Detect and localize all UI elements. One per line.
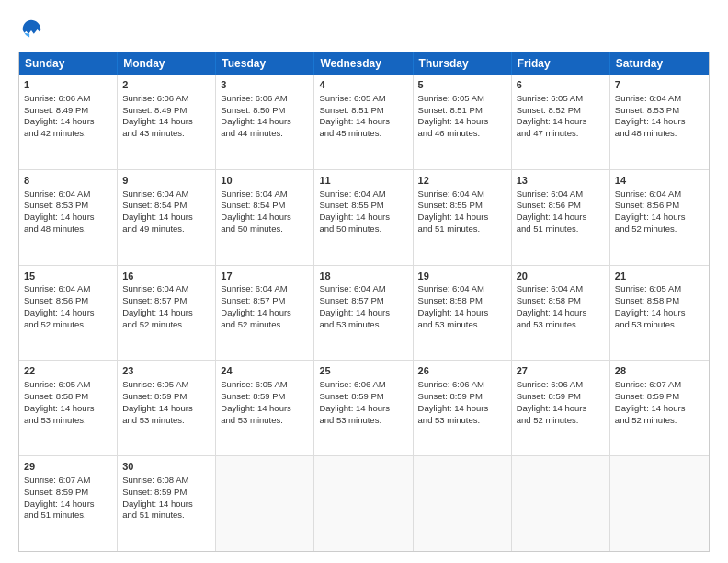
day-info-line: and 47 minutes. xyxy=(517,128,605,140)
calendar-cell-16: 16Sunrise: 6:04 AMSunset: 8:57 PMDayligh… xyxy=(118,266,216,361)
day-info-line: Sunrise: 6:08 AM xyxy=(122,475,210,487)
calendar-cell-24: 24Sunrise: 6:05 AMSunset: 8:59 PMDayligh… xyxy=(216,361,314,455)
calendar-cell-6: 6Sunrise: 6:05 AMSunset: 8:52 PMDaylight… xyxy=(512,75,610,169)
day-info-line: Sunrise: 6:04 AM xyxy=(615,189,704,201)
day-info-line: Sunrise: 6:06 AM xyxy=(319,379,407,391)
day-info-line: Daylight: 14 hours xyxy=(319,307,407,319)
day-info-line: and 52 minutes. xyxy=(24,319,112,331)
day-info-line: Daylight: 14 hours xyxy=(24,116,112,128)
day-info-line: Sunrise: 6:04 AM xyxy=(319,283,407,295)
day-info-line: and 44 minutes. xyxy=(221,128,309,140)
day-info-line: Sunrise: 6:06 AM xyxy=(418,379,506,391)
calendar-cell-22: 22Sunrise: 6:05 AMSunset: 8:58 PMDayligh… xyxy=(19,361,118,455)
day-info-line: and 53 minutes. xyxy=(517,319,605,331)
day-number: 7 xyxy=(615,78,704,92)
day-info-line: Daylight: 14 hours xyxy=(24,212,112,224)
day-info-line: Sunset: 8:59 PM xyxy=(418,391,506,403)
day-number: 20 xyxy=(517,270,605,283)
day-info-line: Sunrise: 6:04 AM xyxy=(319,189,407,201)
day-info-line: Sunset: 8:59 PM xyxy=(24,487,112,499)
day-info-line: Daylight: 14 hours xyxy=(615,212,704,224)
day-info-line: Sunset: 8:49 PM xyxy=(24,105,112,117)
day-info-line: Sunrise: 6:05 AM xyxy=(24,379,112,391)
day-info-line: Sunset: 8:51 PM xyxy=(319,105,407,117)
day-info-line: Daylight: 14 hours xyxy=(122,307,210,319)
day-info-line: Daylight: 14 hours xyxy=(418,116,506,128)
day-info-line: Daylight: 14 hours xyxy=(319,116,407,128)
day-info-line: Sunset: 8:59 PM xyxy=(517,391,605,403)
day-info-line: Sunset: 8:59 PM xyxy=(615,391,704,403)
day-info-line: Sunset: 8:59 PM xyxy=(221,391,309,403)
calendar-cell-13: 13Sunrise: 6:04 AMSunset: 8:56 PMDayligh… xyxy=(512,170,610,265)
header-day-tuesday: Tuesday xyxy=(216,52,314,75)
day-info-line: Sunrise: 6:04 AM xyxy=(24,283,112,295)
day-info-line: Daylight: 14 hours xyxy=(517,116,605,128)
day-info-line: and 45 minutes. xyxy=(319,128,407,140)
day-info-line: and 53 minutes. xyxy=(221,415,309,427)
day-number: 27 xyxy=(517,364,605,378)
day-info-line: Daylight: 14 hours xyxy=(24,307,112,319)
day-info-line: Daylight: 14 hours xyxy=(221,403,309,415)
day-info-line: Sunset: 8:52 PM xyxy=(517,105,605,117)
day-info-line: Sunset: 8:56 PM xyxy=(517,200,605,212)
day-info-line: and 53 minutes. xyxy=(319,319,407,331)
day-info-line: Daylight: 14 hours xyxy=(221,212,309,224)
day-info-line: Sunset: 8:59 PM xyxy=(122,487,210,499)
day-info-line: Daylight: 14 hours xyxy=(24,499,112,511)
calendar-cell-3: 3Sunrise: 6:06 AMSunset: 8:50 PMDaylight… xyxy=(216,75,314,169)
day-info-line: Daylight: 14 hours xyxy=(615,307,704,319)
day-info-line: Sunset: 8:55 PM xyxy=(418,200,506,212)
day-info-line: and 50 minutes. xyxy=(221,224,309,236)
day-info-line: Daylight: 14 hours xyxy=(418,403,506,415)
day-info-line: Sunrise: 6:05 AM xyxy=(221,379,309,391)
day-info-line: Daylight: 14 hours xyxy=(517,307,605,319)
day-info-line: and 52 minutes. xyxy=(615,415,704,427)
day-info-line: Sunrise: 6:04 AM xyxy=(24,189,112,201)
day-info-line: and 50 minutes. xyxy=(319,224,407,236)
calendar-cell-7: 7Sunrise: 6:04 AMSunset: 8:53 PMDaylight… xyxy=(610,75,709,169)
day-info-line: Sunset: 8:53 PM xyxy=(615,105,704,117)
day-info-line: and 46 minutes. xyxy=(418,128,506,140)
day-info-line: Sunset: 8:50 PM xyxy=(221,105,309,117)
day-number: 19 xyxy=(418,270,506,283)
header xyxy=(18,17,710,42)
day-info-line: and 48 minutes. xyxy=(615,128,704,140)
day-info-line: Daylight: 14 hours xyxy=(221,307,309,319)
calendar-cell-4: 4Sunrise: 6:05 AMSunset: 8:51 PMDaylight… xyxy=(314,75,413,169)
day-info-line: and 53 minutes. xyxy=(418,415,506,427)
calendar-cell-25: 25Sunrise: 6:06 AMSunset: 8:59 PMDayligh… xyxy=(314,361,413,455)
day-info-line: and 42 minutes. xyxy=(24,128,112,140)
day-info-line: Sunset: 8:58 PM xyxy=(24,391,112,403)
calendar-cell-15: 15Sunrise: 6:04 AMSunset: 8:56 PMDayligh… xyxy=(19,266,118,361)
day-number: 22 xyxy=(24,364,112,378)
calendar-header: SundayMondayTuesdayWednesdayThursdayFrid… xyxy=(19,52,709,75)
day-number: 24 xyxy=(221,364,309,378)
calendar: SundayMondayTuesdayWednesdayThursdayFrid… xyxy=(18,52,710,552)
day-info-line: Daylight: 14 hours xyxy=(418,212,506,224)
calendar-row: 15Sunrise: 6:04 AMSunset: 8:56 PMDayligh… xyxy=(19,265,709,361)
calendar-row: 8Sunrise: 6:04 AMSunset: 8:53 PMDaylight… xyxy=(19,169,709,265)
day-number: 30 xyxy=(122,460,210,474)
day-info-line: Sunset: 8:57 PM xyxy=(122,295,210,307)
calendar-cell-11: 11Sunrise: 6:04 AMSunset: 8:55 PMDayligh… xyxy=(314,170,413,265)
day-info-line: Sunset: 8:58 PM xyxy=(517,295,605,307)
day-info-line: and 53 minutes. xyxy=(418,319,506,331)
page: SundayMondayTuesdayWednesdayThursdayFrid… xyxy=(0,0,728,563)
day-info-line: and 51 minutes. xyxy=(24,510,112,522)
day-info-line: Daylight: 14 hours xyxy=(24,403,112,415)
day-info-line: Sunrise: 6:04 AM xyxy=(418,189,506,201)
header-day-saturday: Saturday xyxy=(610,52,709,75)
header-day-monday: Monday xyxy=(118,52,216,75)
day-number: 9 xyxy=(122,174,210,188)
day-info-line: Daylight: 14 hours xyxy=(319,403,407,415)
day-info-line: and 51 minutes. xyxy=(122,510,210,522)
calendar-cell-26: 26Sunrise: 6:06 AMSunset: 8:59 PMDayligh… xyxy=(414,361,512,455)
day-info-line: and 53 minutes. xyxy=(319,415,407,427)
header-day-friday: Friday xyxy=(512,52,610,75)
day-info-line: Sunrise: 6:06 AM xyxy=(122,93,210,105)
calendar-cell-empty xyxy=(314,456,413,551)
calendar-cell-28: 28Sunrise: 6:07 AMSunset: 8:59 PMDayligh… xyxy=(610,361,709,455)
day-info-line: Daylight: 14 hours xyxy=(122,403,210,415)
day-info-line: Daylight: 14 hours xyxy=(517,403,605,415)
header-day-sunday: Sunday xyxy=(19,52,118,75)
